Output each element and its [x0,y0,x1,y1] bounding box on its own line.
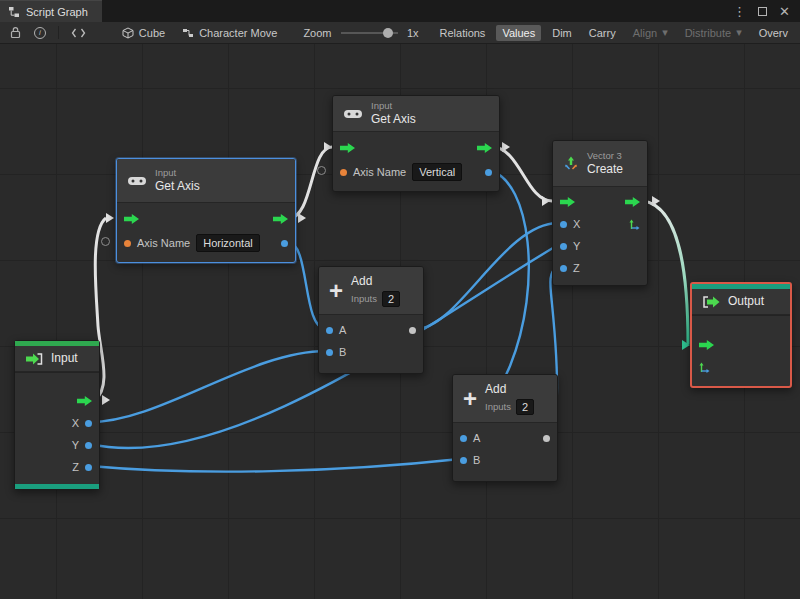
z-in-port[interactable] [560,265,567,272]
row-label-y: Y [72,439,79,451]
x-in-port[interactable] [560,221,567,228]
relations-button[interactable]: Relations [434,25,492,41]
node-add-2[interactable]: + Add Inputs 2 A B [452,374,558,482]
node-output-event[interactable]: Output [690,282,792,388]
zoom-slider[interactable] [341,32,398,34]
align-label: Align [633,27,657,39]
lock-button[interactable] [6,26,25,39]
align-button[interactable]: Align ▾ [627,24,674,41]
distribute-button[interactable]: Distribute ▾ [679,24,748,41]
y-in-port[interactable] [560,243,567,250]
wire-value-add1-to-vector3-x[interactable] [416,223,558,329]
close-icon[interactable]: ✕ [779,5,790,18]
control-out-port[interactable] [625,197,640,207]
string-in-port[interactable] [340,169,347,176]
control-out-port[interactable] [77,396,92,406]
add-icon: + [329,281,343,301]
overview-button[interactable]: Overv [753,25,794,41]
node-title: Create [587,162,623,177]
caret-icon: ▾ [736,26,742,39]
wire-value-input-x-to-add1-b[interactable] [90,351,326,422]
input-a-port[interactable] [326,327,333,334]
input-b-port[interactable] [460,457,467,464]
vector3-in-port-icon[interactable] [699,362,710,373]
node-get-axis-vertical[interactable]: Input Get Axis Axis Name Vertical [332,95,500,192]
carry-label: Carry [589,27,616,39]
dim-button[interactable]: Dim [546,25,578,41]
row-label-a: A [339,324,346,336]
info-icon: i [34,27,46,39]
inputs-label: Inputs [485,401,511,413]
control-in-port[interactable] [340,143,355,153]
control-out-port[interactable] [477,143,492,153]
node-title: Output [728,294,764,309]
zoom-label: Zoom [303,27,331,39]
float-out-port[interactable] [485,169,492,176]
wire-flow-vertical-to-vector3[interactable] [492,147,552,201]
wire-arrowhead [542,196,550,206]
graph-asset-icon [182,27,194,39]
vector3-icon [563,156,579,172]
z-out-port[interactable] [85,464,92,471]
sum-out-port[interactable] [543,435,550,442]
node-title: Get Axis [371,112,416,127]
inputs-label: Inputs [351,293,377,305]
param-label: Axis Name [137,237,190,249]
info-button[interactable]: i [30,27,50,39]
node-vector3-create[interactable]: Vector 3 Create X [552,140,648,286]
node-category: Input [371,100,416,112]
window-menu-icon[interactable]: ⋮ [733,5,746,18]
node-title: Input [51,351,78,366]
lock-icon [10,26,21,39]
graph-canvas[interactable]: Input Get Axis Axis Name Vertical [0,44,800,599]
vector3-out-port-icon[interactable] [629,219,640,230]
tab-bar: Script Graph ⋮ ✕ [0,0,800,22]
graph-asset-label: Character Move [199,27,277,39]
carry-button[interactable]: Carry [583,25,622,41]
inputs-count-field[interactable]: 2 [382,291,400,307]
script-graph-window: Script Graph ⋮ ✕ i Cu [0,0,800,599]
node-add-1[interactable]: + Add Inputs 2 A B [318,266,424,374]
input-b-port[interactable] [326,349,333,356]
cube-button[interactable]: Cube [116,25,171,41]
hollow-value-indicator[interactable] [317,166,326,175]
string-in-port[interactable] [124,240,131,247]
node-title: Get Axis [155,179,200,194]
axis-name-field[interactable]: Horizontal [196,234,260,252]
node-input-event[interactable]: Input X Y [14,340,100,490]
control-in-port[interactable] [124,214,139,224]
wire-value-input-z-to-add2-b[interactable] [90,459,460,472]
control-in-port[interactable] [560,197,575,207]
node-get-axis-horizontal[interactable]: Input Get Axis Axis Name Horizontal [116,158,296,263]
maximize-icon[interactable] [758,7,767,16]
wire-arrowhead [298,213,306,223]
cube-label: Cube [139,27,165,39]
graph-asset-button[interactable]: Character Move [176,25,283,41]
control-out-port[interactable] [273,214,288,224]
brackets-icon [71,28,86,38]
x-out-port[interactable] [85,420,92,427]
values-label: Values [502,27,535,39]
hollow-value-indicator[interactable] [101,237,110,246]
accent-strip [15,484,99,489]
y-out-port[interactable] [85,442,92,449]
gamepad-icon [127,174,147,188]
sum-out-port[interactable] [409,327,416,334]
float-out-port[interactable] [281,240,288,247]
tab-script-graph[interactable]: Script Graph [0,0,102,22]
window-controls: ⋮ ✕ [733,0,800,22]
wire-flow-vector3-to-output[interactable] [643,201,688,344]
values-button[interactable]: Values [496,25,541,41]
fit-view-button[interactable] [67,28,90,38]
zoom-slider-knob[interactable] [383,28,393,38]
inputs-count-field[interactable]: 2 [516,399,534,415]
input-a-port[interactable] [460,435,467,442]
control-in-port[interactable] [699,340,714,350]
wire-arrowhead [106,213,114,223]
axis-name-field[interactable]: Vertical [412,163,462,181]
add-icon: + [463,389,477,409]
node-title: Add [485,382,534,397]
node-category: Vector 3 [587,150,623,162]
distribute-label: Distribute [685,27,731,39]
relations-label: Relations [440,27,486,39]
